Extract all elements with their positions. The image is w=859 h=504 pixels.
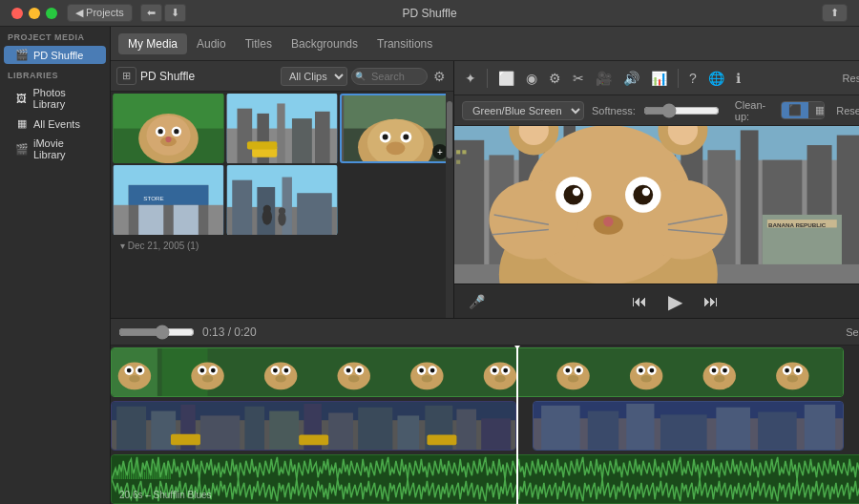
audio-track: // Will generate in JS below xyxy=(111,454,859,504)
timeline-settings-button[interactable]: Settings xyxy=(846,326,859,338)
track-2-clip-1[interactable] xyxy=(111,401,516,451)
track-2-clip-2[interactable] xyxy=(533,401,844,451)
tool-globe[interactable]: 🌐 xyxy=(705,69,727,88)
thumbnail-2[interactable] xyxy=(226,94,338,163)
tab-audio[interactable]: Audio xyxy=(187,33,236,54)
svg-rect-165 xyxy=(200,415,240,450)
preview-area: BANANA REPUBLIC xyxy=(454,126,859,284)
close-button[interactable] xyxy=(11,8,23,19)
nav-back-arrow[interactable]: ⬅ xyxy=(140,4,162,22)
back-button[interactable]: ◀ Projects xyxy=(67,4,133,22)
media-browser-title: PD Shuffle xyxy=(140,70,277,83)
tab-backgrounds[interactable]: Backgrounds xyxy=(282,33,367,54)
sidebar-item-imovie-library[interactable]: 🎬 iMovie Library xyxy=(4,135,106,163)
media-scroll-thumb[interactable] xyxy=(447,101,452,158)
svg-point-152 xyxy=(723,368,727,373)
nav-forward-arrow[interactable]: ⬇ xyxy=(164,4,186,22)
minimize-button[interactable] xyxy=(29,8,40,19)
tool-help[interactable]: ? xyxy=(686,69,700,88)
svg-point-129 xyxy=(422,375,432,383)
svg-point-85 xyxy=(642,188,650,196)
svg-point-146 xyxy=(650,368,655,373)
audio-clip[interactable]: // Will generate in JS below xyxy=(111,454,859,504)
svg-point-44 xyxy=(279,208,285,215)
reset-all-button[interactable]: Reset All xyxy=(843,73,859,84)
svg-point-87 xyxy=(603,217,613,226)
share-button[interactable]: ⬆ xyxy=(822,4,848,22)
thumbnail-1[interactable] xyxy=(113,94,224,163)
fullscreen-button[interactable] xyxy=(46,8,57,19)
thumbnail-3[interactable]: + xyxy=(340,94,451,163)
separator-1 xyxy=(487,69,488,88)
tool-sparkle[interactable]: ✦ xyxy=(462,69,479,88)
svg-rect-171 xyxy=(397,415,419,450)
svg-point-105 xyxy=(129,375,139,383)
tool-trim[interactable]: ✂ xyxy=(570,69,587,88)
svg-point-27 xyxy=(387,141,406,155)
clips-filter-select[interactable]: All Clips xyxy=(281,67,347,86)
search-wrap xyxy=(351,68,428,85)
forward-button[interactable]: ⏭ xyxy=(699,291,723,312)
svg-rect-174 xyxy=(481,418,511,450)
tab-transitions[interactable]: Transitions xyxy=(367,33,442,54)
svg-point-139 xyxy=(565,368,570,373)
svg-rect-162 xyxy=(116,407,146,450)
tool-chart[interactable]: 📊 xyxy=(648,69,670,88)
svg-point-6 xyxy=(158,129,163,134)
media-settings-button[interactable]: ⚙ xyxy=(431,69,448,84)
svg-point-159 xyxy=(787,375,798,383)
tool-settings[interactable]: ⚙ xyxy=(546,69,564,88)
main-layout: PROJECT MEDIA 🎬 PD Shuffle LIBRARIES 🖼 P… xyxy=(0,27,859,504)
libraries-section-title: LIBRARIES xyxy=(0,65,110,83)
cleanup-manual-btn[interactable]: ▦ xyxy=(808,102,825,118)
svg-text:BANANA REPUBLIC: BANANA REPUBLIC xyxy=(768,221,827,228)
svg-point-42 xyxy=(263,205,271,213)
svg-point-115 xyxy=(273,368,278,373)
search-input[interactable] xyxy=(351,68,428,85)
svg-rect-40 xyxy=(297,193,332,235)
events-icon: ▦ xyxy=(15,117,29,130)
playhead[interactable] xyxy=(516,346,518,504)
play-button[interactable]: ▶ xyxy=(663,288,687,315)
audio-track-label: 20.6s – Shufflin Blues xyxy=(119,490,212,500)
content-area: My Media Audio Titles Backgrounds Transi… xyxy=(111,27,859,504)
rewind-button[interactable]: ⏮ xyxy=(627,291,652,312)
tab-my-media[interactable]: My Media xyxy=(118,33,187,54)
timeline-header: 0:13 / 0:20 Settings xyxy=(111,319,859,346)
sidebar-item-all-events[interactable]: ▦ All Events xyxy=(4,115,106,133)
chroma-filter-select[interactable]: Green/Blue Screen xyxy=(462,101,584,120)
svg-point-9 xyxy=(165,136,171,142)
tool-audio[interactable]: 🔊 xyxy=(620,69,642,88)
project-media-section-title: PROJECT MEDIA xyxy=(0,27,110,45)
tool-color[interactable]: ◉ xyxy=(523,69,540,88)
zoom-slider[interactable] xyxy=(118,325,195,340)
reset-button[interactable]: Reset xyxy=(836,105,859,116)
track-1-clip[interactable] xyxy=(111,347,844,397)
sidebar-item-photos[interactable]: 🖼 Photos Library xyxy=(4,84,106,113)
thumbnail-4[interactable]: STORE xyxy=(113,165,224,235)
svg-point-116 xyxy=(283,368,288,373)
sidebar-item-label: Photos Library xyxy=(33,87,98,110)
tool-info[interactable]: ℹ xyxy=(733,69,744,88)
tool-crop[interactable]: ⬜ xyxy=(495,69,517,88)
video-track-1 xyxy=(111,347,859,397)
mic-button[interactable]: 🎤 xyxy=(464,292,490,311)
cleanup-label: Clean-up: xyxy=(735,99,773,122)
svg-rect-12 xyxy=(237,109,252,163)
grid-view-button[interactable]: ⊞ xyxy=(116,67,136,85)
svg-point-121 xyxy=(346,368,351,373)
date-header: ▾ Dec 21, 2005 (1) xyxy=(113,237,451,255)
tool-camera[interactable]: 🎥 xyxy=(593,69,615,88)
svg-point-104 xyxy=(137,368,142,373)
svg-rect-37 xyxy=(232,180,252,235)
media-browser-toolbar: ⊞ PD Shuffle All Clips ⚙ xyxy=(111,61,453,92)
sidebar: PROJECT MEDIA 🎬 PD Shuffle LIBRARIES 🖼 P… xyxy=(0,27,111,504)
tab-titles[interactable]: Titles xyxy=(236,33,282,54)
thumbnail-5[interactable] xyxy=(226,165,338,235)
sidebar-item-pd-shuffle[interactable]: 🎬 PD Shuffle xyxy=(4,46,106,64)
svg-rect-33 xyxy=(174,205,199,235)
cleanup-auto-btn[interactable]: ⬛ xyxy=(782,102,808,118)
softness-slider[interactable] xyxy=(643,103,720,118)
preview-controls: 🎤 ⏮ ▶ ⏭ ⤢ xyxy=(454,284,859,318)
svg-point-134 xyxy=(503,368,508,373)
